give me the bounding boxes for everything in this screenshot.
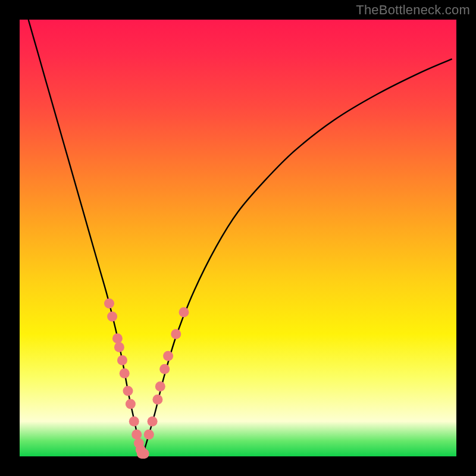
sample-dots-group	[104, 299, 189, 459]
sample-dot	[120, 368, 130, 378]
sample-dot	[112, 333, 123, 343]
chart-frame: TheBottleneck.com	[0, 0, 476, 476]
sample-dot	[126, 399, 136, 409]
sample-dot	[139, 449, 149, 459]
plot-area	[20, 20, 456, 456]
sample-dot	[131, 430, 142, 440]
sample-dot	[148, 416, 158, 427]
bottleneck-curve	[29, 20, 452, 456]
sample-dot	[155, 381, 165, 392]
watermark-text: TheBottleneck.com	[356, 2, 470, 18]
sample-dot	[117, 355, 127, 365]
sample-dot	[179, 307, 189, 317]
sample-dot	[129, 416, 139, 427]
sample-dot	[104, 299, 114, 309]
sample-dot	[114, 342, 124, 352]
sample-dot	[107, 312, 117, 322]
sample-dot	[152, 394, 162, 405]
sample-dot	[171, 329, 181, 339]
sample-dot	[163, 351, 173, 361]
chart-svg	[20, 20, 456, 456]
sample-dot	[144, 430, 154, 440]
sample-dot	[159, 364, 170, 374]
sample-dot	[123, 386, 133, 396]
